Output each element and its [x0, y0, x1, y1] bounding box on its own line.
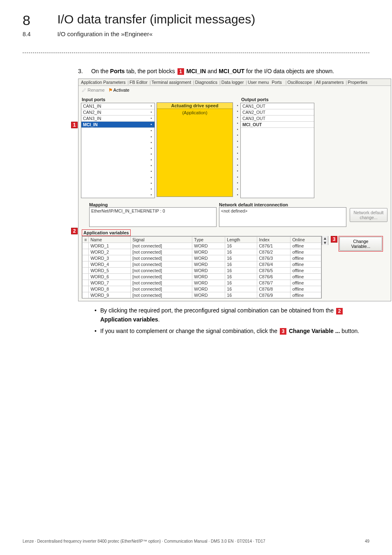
port-item-selected[interactable]: MCI_IN•: [81, 122, 154, 128]
section-title: I/O configuration in the »Engineer«: [57, 30, 152, 37]
application-label: (Application): [157, 109, 233, 116]
scrollbar[interactable]: ▲ ▼: [322, 236, 328, 245]
table-row[interactable]: WORD_7[not connected]WORD16C876/7offline: [83, 280, 321, 286]
scroll-up[interactable]: ▲: [322, 236, 328, 240]
application-head: Actuating drive speed: [157, 103, 233, 109]
col-type[interactable]: Type: [192, 237, 225, 243]
tab[interactable]: All parameters: [316, 80, 344, 85]
table-row[interactable]: WORD_4[not connected]WORD16C876/4offline: [83, 261, 321, 268]
t: MCI_OUT: [219, 68, 244, 74]
t: for the I/O data objects are shown.: [244, 68, 334, 74]
appvars-table[interactable]: ≡ Name Signal Type Length Index Online W…: [82, 236, 322, 298]
separator: [23, 53, 369, 53]
callout-3-marker: 3: [331, 236, 337, 243]
port-item[interactable]: CAN3_OUT: [241, 116, 314, 122]
port-item[interactable]: MCI_OUT: [241, 122, 314, 128]
col-signal[interactable]: Signal: [131, 237, 192, 243]
activate-button[interactable]: ⚑Activate: [108, 88, 129, 92]
chapter-number: 8: [23, 12, 55, 28]
tab-bar: Application Parameters| FB Editor| Termi…: [78, 79, 391, 86]
tab[interactable]: Properties: [348, 80, 367, 85]
footer-left: Lenze · Decentralised frequency inverter…: [23, 539, 265, 543]
mapping-title: Mapping: [89, 202, 217, 207]
table-row[interactable]: WORD_5[not connected]WORD16C876/5offline: [83, 268, 321, 274]
scroll-down[interactable]: ▼: [322, 240, 328, 245]
tab[interactable]: Application Parameters: [81, 80, 126, 85]
step-number: 3.: [78, 67, 90, 75]
table-row[interactable]: WORD_8[not connected]WORD16C876/8offline: [83, 286, 321, 292]
port-item[interactable]: CAN3_IN•: [81, 116, 154, 122]
tab-selected[interactable]: Ports: [272, 80, 282, 85]
step-text: On the Ports tab, the port blocks 1 MCI_…: [91, 67, 354, 75]
appvars-title: Application variables: [83, 230, 129, 235]
t: MCI_IN: [185, 68, 206, 74]
tab[interactable]: Terminal assignment: [152, 80, 191, 85]
table-row[interactable]: WORD_2[not connected]WORD16C876/2offline: [83, 249, 321, 255]
t: On the: [91, 68, 110, 74]
col-knob: ≡: [83, 237, 89, 243]
tab[interactable]: Data logger: [221, 80, 244, 85]
t: and: [206, 68, 219, 74]
callout-1-marker: 1: [71, 122, 78, 128]
table-row[interactable]: WORD_1[not connected]WORD16C876/1offline: [83, 243, 321, 249]
section-number: 8.4: [23, 31, 55, 37]
input-ports-list[interactable]: CAN1_IN• CAN2_IN• CAN3_IN• MCI_IN• •••••…: [81, 103, 155, 198]
tab[interactable]: Diagnostics: [195, 80, 217, 85]
table-row[interactable]: WORD_3[not connected]WORD16C876/3offline: [83, 255, 321, 261]
col-name[interactable]: Name: [89, 237, 131, 243]
tab[interactable]: FB Editor: [129, 80, 148, 85]
port-item[interactable]: CAN1_OUT: [241, 103, 314, 109]
tab[interactable]: Oscilloscope: [287, 80, 312, 85]
output-ports-list[interactable]: CAN1_OUT CAN2_OUT CAN3_OUT MCI_OUT: [240, 103, 314, 198]
col-index[interactable]: Index: [257, 237, 291, 243]
callout-2: 2: [336, 308, 343, 314]
port-item[interactable]: CAN2_OUT: [241, 109, 314, 116]
chapter-title: I/O data transfer (implicit messages): [57, 12, 255, 26]
rename-button[interactable]: 🖉 Rename: [82, 88, 105, 92]
col-length[interactable]: Length: [225, 237, 257, 243]
output-ports-title: Output ports: [240, 97, 314, 102]
table-row[interactable]: WORD_9[not connected]WORD16C876/9offline: [83, 292, 321, 298]
network-default-title: Network default interconnection: [219, 202, 346, 207]
bullet-1: By clicking the required port, the preco…: [95, 306, 369, 324]
port-item[interactable]: CAN2_IN•: [81, 109, 154, 116]
change-variable-button[interactable]: Change Variable...: [339, 237, 382, 251]
engineer-panel: Application Parameters| FB Editor| Termi…: [78, 79, 391, 301]
callout-1: 1: [178, 68, 184, 75]
mapping-box[interactable]: EtherNet/IP/MCI_IN_ETHERNETIP : 0: [89, 207, 217, 227]
port-item[interactable]: CAN1_IN•: [81, 103, 154, 109]
t: tab, the port blocks: [125, 68, 177, 74]
table-row[interactable]: WORD_6[not connected]WORD16C876/6offline: [83, 274, 321, 280]
input-ports-title: Input ports: [81, 97, 155, 102]
toolbar: 🖉 Rename ⚑Activate: [78, 86, 391, 95]
tab[interactable]: User menu: [248, 80, 269, 85]
footer-page: 49: [365, 539, 369, 543]
bullet-2: If you want to complement or change the …: [95, 327, 369, 336]
application-block: Actuating drive speed (Application): [157, 102, 233, 197]
callout-3: 3: [280, 328, 286, 335]
network-default-box[interactable]: <not defined>: [219, 207, 346, 227]
callout-2-marker: 2: [71, 228, 78, 234]
col-online[interactable]: Online: [291, 237, 321, 243]
network-default-change-button[interactable]: Network default change...: [350, 208, 387, 222]
t: Ports: [110, 68, 125, 74]
